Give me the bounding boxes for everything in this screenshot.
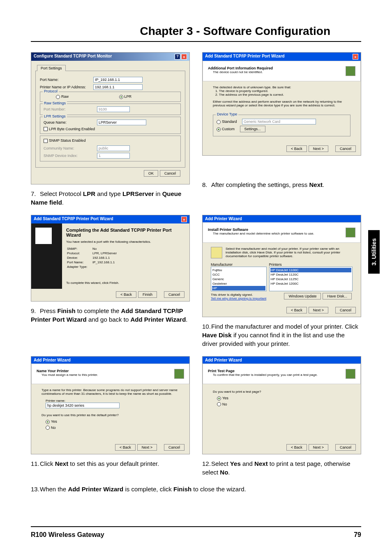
snmp-index-label: SNMP Device Index: xyxy=(44,154,97,158)
wizard-subtext: The device could not be identified. xyxy=(208,70,273,74)
have-disk-button[interactable]: Have Disk... xyxy=(323,293,352,299)
cancel-button[interactable]: Cancel xyxy=(335,307,356,313)
back-button[interactable]: < Back xyxy=(286,444,307,451)
printer-addr-input[interactable]: 192.168.1.1 xyxy=(93,84,143,90)
radio-yes[interactable] xyxy=(217,396,221,401)
radio-yes[interactable] xyxy=(46,420,50,424)
wizard-heading: Print Test Page xyxy=(208,369,318,373)
radio-lpr[interactable] xyxy=(119,95,123,99)
tab-port-settings[interactable]: Port Settings xyxy=(37,65,66,71)
step-7: 7.Select Protocol LPR and type LPRServer… xyxy=(31,189,190,207)
wizard-heading: Name Your Printer xyxy=(37,369,98,373)
step-9: 9.Press Finish to complete the Add Stand… xyxy=(31,306,190,324)
lpr-byte-check[interactable] xyxy=(44,127,48,131)
step-13: 13.When the Add Printer Wizard is comple… xyxy=(31,485,361,493)
step-10: 10.Find the manufacturer and model of yo… xyxy=(202,322,361,348)
footer-page: 79 xyxy=(354,531,361,539)
dialog-title: Add Printer Wizard xyxy=(34,358,71,362)
dialog-port-wizard-info: Add Standard TCP/IP Printer Port Wizard×… xyxy=(202,52,361,156)
radio-raw[interactable] xyxy=(56,95,60,99)
next-button[interactable]: Next > xyxy=(309,145,328,152)
port-number-label: Port Number: xyxy=(44,107,97,111)
dialog-install-software: Add Printer Wizard Install Printer Softw… xyxy=(202,215,361,317)
wizard-icon xyxy=(35,228,52,244)
close-icon[interactable]: × xyxy=(181,54,187,60)
port-name-input[interactable]: IP_192.168.1.1 xyxy=(93,77,143,83)
raw-settings-legend: Raw Settings xyxy=(43,101,67,105)
dialog-title: Add Standard TCP/IP Printer Port Wizard xyxy=(205,54,285,60)
ok-button[interactable]: OK xyxy=(144,170,158,177)
wizard-heading: Install Printer Software xyxy=(208,228,314,232)
dialog-title: Add Printer Wizard xyxy=(205,216,242,221)
windows-update-button[interactable]: Windows Update xyxy=(284,293,321,299)
printer-addr-label: Printer Name or IP Address: xyxy=(40,85,93,89)
dialog-port-monitor: Configure Standard TCP/IP Port Monitor?×… xyxy=(31,52,190,184)
close-icon[interactable]: × xyxy=(353,54,358,60)
printer-icon xyxy=(346,228,355,237)
back-button[interactable]: < Back xyxy=(286,145,307,152)
printer-name-input[interactable]: hp deskjet 3420 series xyxy=(46,403,120,408)
dialog-completing-wizard: Add Standard TCP/IP Printer Port Wizard×… xyxy=(31,215,190,302)
help-icon[interactable]: ? xyxy=(175,54,180,60)
next-button[interactable]: Next > xyxy=(137,444,157,451)
snmp-check[interactable] xyxy=(44,139,48,143)
back-button[interactable]: < Back xyxy=(116,291,136,298)
wizard-icon xyxy=(346,66,355,76)
cancel-button[interactable]: Cancel xyxy=(164,444,184,451)
close-icon[interactable]: × xyxy=(181,216,187,222)
queue-name-label: Queue Name: xyxy=(44,120,97,124)
settings-button[interactable]: Settings... xyxy=(240,126,265,132)
disk-icon xyxy=(211,247,222,258)
dialog-name-printer: Add Printer Wizard Name Your PrinterYou … xyxy=(31,356,190,454)
cancel-button[interactable]: Cancel xyxy=(164,291,184,298)
device-type-legend: Device Type xyxy=(216,112,238,116)
dialog-title: Configure Standard TCP/IP Port Monitor xyxy=(34,54,112,60)
cancel-button[interactable]: Cancel xyxy=(160,170,180,177)
radio-no[interactable] xyxy=(46,426,50,430)
standard-select: Generic Network Card xyxy=(242,119,316,124)
radio-no[interactable] xyxy=(217,402,221,406)
printers-list[interactable]: HP DeskJet 1100CHP DeskJet 1120CHP DeskJ… xyxy=(269,267,353,291)
dialog-test-page: Add Printer Wizard Print Test PageTo con… xyxy=(202,356,361,454)
signing-link[interactable]: Tell me why driver signing is important xyxy=(211,297,266,300)
dialog-title: Add Printer Wizard xyxy=(205,358,242,362)
queue-name-input[interactable]: LPRServer xyxy=(97,120,146,125)
dialog-title: Add Standard TCP/IP Printer Port Wizard xyxy=(34,216,113,222)
next-button[interactable]: Next > xyxy=(309,307,328,313)
community-input: public xyxy=(97,145,130,151)
lpr-settings-legend: LPR Settings xyxy=(43,114,67,118)
wizard-heading: Additional Port Information Required xyxy=(208,66,273,70)
protocol-legend: Protocol xyxy=(43,89,59,93)
printer-icon xyxy=(346,369,355,379)
community-label: Community Name: xyxy=(44,146,97,150)
radio-custom[interactable] xyxy=(217,127,221,131)
back-button[interactable]: < Back xyxy=(286,307,307,313)
back-button[interactable]: < Back xyxy=(115,444,136,451)
printer-icon xyxy=(174,369,184,379)
snmp-legend: SNMP Status Enabled xyxy=(49,138,85,143)
wizard-heading: Completing the Add Standard TCP/IP Print… xyxy=(66,228,185,237)
port-number-input: 9100 xyxy=(97,106,130,112)
chapter-title: Chapter 3 - Software Configuration xyxy=(31,0,361,42)
cancel-button[interactable]: Cancel xyxy=(335,145,356,152)
next-button[interactable]: Next > xyxy=(309,444,328,451)
step-8: 8.After completing the settings, press N… xyxy=(202,180,361,189)
footer-product: R100 Wireless Gateway xyxy=(31,531,104,539)
finish-button[interactable]: Finish xyxy=(138,291,157,298)
manufacturer-list[interactable]: FujitsuGCCGenericGestetnerHP xyxy=(211,267,267,291)
cancel-button[interactable]: Cancel xyxy=(335,444,356,451)
snmp-index-input: 1 xyxy=(97,153,130,159)
port-name-label: Port Name: xyxy=(40,78,93,82)
side-tab: 3. Utilities xyxy=(368,230,380,274)
step-12: 12.Select Yes and Next to print a test p… xyxy=(202,459,361,477)
step-11: 11.Click Next to set this as your defaul… xyxy=(31,459,190,468)
radio-standard[interactable] xyxy=(217,120,221,124)
